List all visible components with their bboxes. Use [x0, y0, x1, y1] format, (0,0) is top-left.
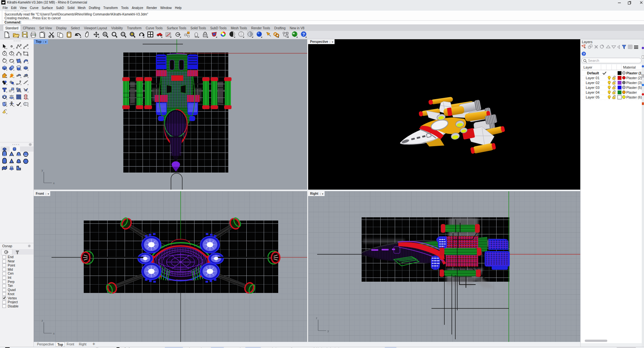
svg-text:Project: Project [8, 300, 18, 304]
svg-text:z: z [316, 316, 317, 320]
svg-text:Int: Int [8, 276, 11, 279]
svg-text:+: + [584, 46, 586, 50]
svg-text:Layer 02: Layer 02 [586, 81, 600, 85]
svg-text:Plaster (3): Plaster (3) [626, 81, 642, 85]
svg-text:y: y [327, 329, 329, 333]
svg-text:Cen: Cen [8, 272, 14, 275]
svg-text:Default: Default [587, 71, 599, 75]
svg-text:Layer: Layer [583, 65, 592, 69]
svg-text:Quad: Quad [8, 288, 15, 292]
svg-text:Point: Point [8, 264, 15, 267]
svg-text:x: x [53, 332, 55, 335]
svg-text:z: z [42, 319, 43, 322]
svg-text:Mid: Mid [8, 268, 13, 271]
svg-text:Layers: Layers [582, 40, 593, 44]
svg-text:Layer 01: Layer 01 [586, 76, 600, 80]
svg-text:Perp: Perp [8, 280, 15, 284]
svg-text:Knot: Knot [8, 292, 14, 296]
svg-text:x: x [53, 182, 55, 185]
svg-text:Plaster (6): Plaster (6) [626, 95, 642, 99]
svg-text:Disable: Disable [8, 305, 19, 308]
svg-text:Plaster (1): Plaster (1) [626, 71, 643, 75]
svg-text:?: ? [302, 32, 305, 37]
svg-text:?: ? [583, 52, 585, 56]
svg-text:y: y [42, 169, 43, 172]
svg-text:Osnap: Osnap [2, 244, 12, 248]
svg-text:End: End [8, 255, 14, 259]
svg-text:Plaster: Plaster [626, 90, 637, 94]
svg-text:Plaster (5): Plaster (5) [626, 86, 642, 89]
svg-text:Tan: Tan [8, 284, 13, 287]
svg-text:Material: Material [623, 65, 636, 69]
svg-text:Near: Near [8, 259, 15, 263]
svg-text:Layer 03: Layer 03 [586, 86, 600, 89]
svg-text:Layer 04: Layer 04 [586, 90, 600, 94]
svg-text:Search: Search [588, 59, 599, 62]
svg-text:Plaster (2): Plaster (2) [626, 76, 642, 80]
svg-text:Layer 05: Layer 05 [586, 95, 600, 99]
svg-text:Vertex: Vertex [8, 296, 17, 300]
